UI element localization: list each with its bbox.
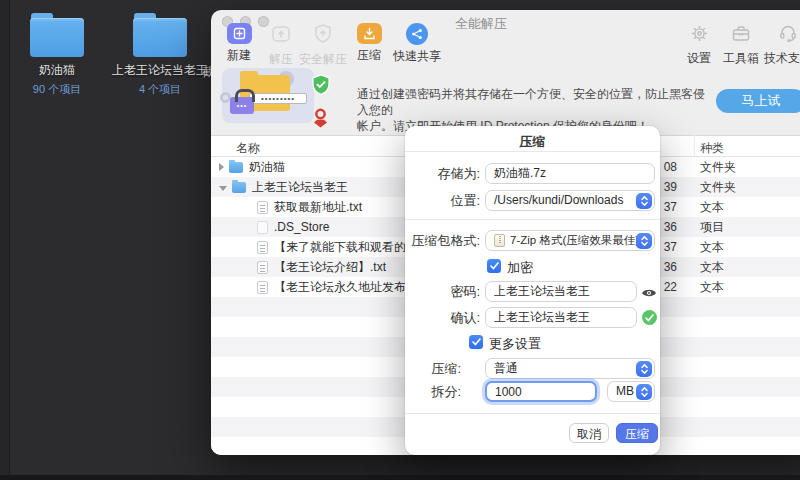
screen-bottom-strip bbox=[0, 475, 800, 480]
dialog-title: 压缩 bbox=[405, 133, 660, 151]
desktop-folder-count: 4 个项目 bbox=[112, 82, 208, 97]
divider bbox=[405, 219, 660, 220]
compress-dialog: 压缩 存储为: 位置: /Users/kundi/Downloads 压缩包格式… bbox=[405, 126, 660, 455]
format-label: 压缩包格式: bbox=[405, 230, 480, 251]
encrypt-label: 加密 bbox=[507, 259, 533, 277]
folder-icon bbox=[229, 162, 243, 173]
column-header-name[interactable]: 名称 bbox=[236, 140, 260, 157]
confirm-label: 确认: bbox=[405, 307, 480, 328]
file-kind: 文件夹 bbox=[700, 179, 736, 196]
banner-text-line1: 通过创建强密码并将其存储在一个方便、安全的位置，防止黑客侵入您的 bbox=[357, 86, 713, 118]
eye-icon[interactable] bbox=[641, 285, 657, 303]
file-name: 上老王论坛当老王 bbox=[252, 179, 348, 196]
desktop: 奶油猫 90 个项目 上老王论坛当老王 4 个项目 截 全能解压 新建 解压 bbox=[0, 0, 800, 480]
desktop-folder-count: 90 个项目 bbox=[23, 82, 91, 97]
toolbar-quick-share-button[interactable]: 快速共享 bbox=[391, 23, 443, 65]
secure-extract-shield-icon bbox=[313, 23, 333, 44]
encrypt-checkbox[interactable] bbox=[487, 259, 501, 273]
divider bbox=[405, 413, 660, 414]
stepper-icon bbox=[636, 193, 652, 209]
split-label: 拆分: bbox=[405, 381, 461, 402]
text-file-icon bbox=[257, 281, 268, 294]
toolbar-secure-extract-label: 安全解压 bbox=[299, 51, 347, 68]
confirm-match-check-icon bbox=[642, 310, 657, 325]
document-icon bbox=[257, 221, 268, 234]
desktop-folder-laowang[interactable]: 上老王论坛当老王 4 个项目 bbox=[112, 13, 208, 97]
column-header-kind[interactable]: 种类 bbox=[700, 140, 724, 157]
toolbar-support-button[interactable]: 技术支持 bbox=[763, 23, 800, 67]
toolbar-quick-share-label: 快速共享 bbox=[391, 48, 443, 65]
more-settings-checkbox[interactable] bbox=[469, 335, 483, 349]
password-label: 密码: bbox=[405, 281, 480, 302]
desktop-folder-name: 奶油猫 bbox=[23, 62, 91, 79]
location-dropdown[interactable]: /Users/kundi/Downloads bbox=[485, 190, 655, 211]
toolbar-settings-button[interactable]: 设置 bbox=[681, 23, 717, 67]
banner-shield-check-icon bbox=[311, 74, 331, 100]
file-kind: 文本 bbox=[700, 279, 724, 296]
compression-label: 压缩: bbox=[405, 358, 461, 379]
toolbar-toolbox-label: 工具箱 bbox=[721, 50, 761, 67]
text-file-icon bbox=[257, 241, 268, 254]
cancel-button[interactable]: 取消 bbox=[569, 423, 609, 443]
extract-icon bbox=[270, 23, 292, 44]
toolbar-extract-label: 解压 bbox=[263, 51, 299, 68]
7zip-file-icon bbox=[494, 234, 505, 247]
confirm-field[interactable] bbox=[485, 307, 637, 328]
file-kind: 项目 bbox=[700, 219, 724, 236]
banner-id-protection-pin-icon bbox=[312, 108, 329, 132]
toolbar-toolbox-button[interactable]: 工具箱 bbox=[721, 23, 761, 67]
support-headset-icon bbox=[778, 23, 798, 44]
toolbar-compress-button[interactable]: 压缩 bbox=[351, 23, 387, 64]
file-name: .DS_Store bbox=[274, 220, 329, 234]
file-kind: 文本 bbox=[700, 239, 724, 256]
location-label: 位置: bbox=[405, 190, 480, 211]
compression-dropdown[interactable]: 普通 bbox=[485, 358, 655, 379]
split-size-input[interactable] bbox=[485, 381, 597, 402]
toolbar-extract-button[interactable]: 解压 bbox=[263, 23, 299, 68]
banner-lock-icon: ••• bbox=[230, 97, 254, 114]
file-kind: 文本 bbox=[700, 199, 724, 216]
toolbar-support-label: 技术支持 bbox=[763, 50, 800, 67]
file-name: 获取最新地址.txt bbox=[274, 199, 362, 216]
save-as-input[interactable] bbox=[485, 163, 655, 184]
gear-icon bbox=[690, 23, 709, 44]
try-now-button[interactable]: 马上试 bbox=[716, 89, 800, 113]
compress-ok-button[interactable]: 压缩 bbox=[616, 423, 658, 443]
toolbar-compress-label: 压缩 bbox=[351, 47, 387, 64]
share-icon bbox=[406, 23, 428, 45]
stepper-icon bbox=[636, 233, 652, 249]
new-plus-icon bbox=[227, 23, 252, 44]
disclosure-expanded-icon[interactable] bbox=[219, 186, 227, 191]
divider bbox=[405, 151, 660, 152]
folder-icon bbox=[133, 13, 187, 57]
toolbox-icon bbox=[731, 23, 751, 44]
desktop-folder-naiyoumao[interactable]: 奶油猫 90 个项目 bbox=[23, 13, 91, 97]
desktop-folder-name: 上老王论坛当老王 bbox=[112, 62, 208, 79]
file-kind: 文件夹 bbox=[700, 159, 736, 176]
toolbar-settings-label: 设置 bbox=[681, 50, 717, 67]
file-name: 奶油猫 bbox=[249, 159, 285, 176]
disclosure-collapsed-icon[interactable] bbox=[219, 163, 224, 171]
location-value: /Users/kundi/Downloads bbox=[494, 191, 623, 210]
split-unit-value: MB bbox=[616, 382, 634, 401]
file-name: 【老王论坛介绍】.txt bbox=[274, 259, 386, 276]
more-settings-label: 更多设置 bbox=[489, 335, 541, 353]
stepper-icon bbox=[636, 361, 652, 377]
toolbar-new-button[interactable]: 新建 bbox=[221, 23, 257, 64]
format-value: 7-Zip 格式(压缩效果最佳) bbox=[510, 231, 639, 250]
split-unit-dropdown[interactable]: MB bbox=[607, 381, 655, 402]
text-file-icon bbox=[257, 261, 268, 274]
file-kind: 文本 bbox=[700, 259, 724, 276]
compress-icon bbox=[357, 23, 382, 44]
folder-icon bbox=[232, 182, 246, 193]
text-file-icon bbox=[257, 201, 268, 214]
password-field[interactable] bbox=[485, 281, 637, 302]
toolbar-secure-extract-button[interactable]: 安全解压 bbox=[299, 23, 347, 68]
format-dropdown[interactable]: 7-Zip 格式(压缩效果最佳) bbox=[485, 230, 655, 251]
stepper-icon bbox=[636, 384, 652, 400]
compression-value: 普通 bbox=[494, 359, 518, 378]
banner-password-field: ••••••••• bbox=[249, 93, 307, 104]
desktop-left-strip bbox=[0, 0, 10, 480]
folder-icon bbox=[30, 13, 84, 57]
toolbar-new-label: 新建 bbox=[221, 47, 257, 64]
